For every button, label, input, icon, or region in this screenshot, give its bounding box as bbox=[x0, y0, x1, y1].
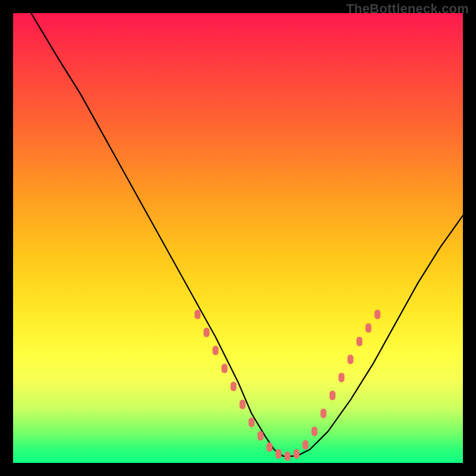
data-point bbox=[284, 452, 290, 461]
bottleneck-curve bbox=[31, 13, 463, 456]
data-point bbox=[347, 355, 353, 364]
data-point bbox=[339, 372, 345, 382]
data-point bbox=[267, 443, 273, 452]
data-point bbox=[275, 449, 281, 459]
data-point bbox=[195, 310, 201, 320]
data-point bbox=[365, 323, 371, 333]
data-point bbox=[230, 382, 236, 392]
plot-svg bbox=[13, 13, 463, 463]
data-point bbox=[221, 364, 227, 373]
data-point bbox=[212, 346, 218, 355]
data-point bbox=[356, 337, 362, 346]
data-point bbox=[249, 418, 255, 427]
data-point bbox=[312, 427, 318, 436]
data-point bbox=[203, 328, 209, 337]
data-point bbox=[293, 449, 299, 459]
data-point bbox=[374, 310, 380, 320]
data-point bbox=[258, 431, 264, 441]
data-point bbox=[321, 409, 327, 418]
watermark-text: TheBottleneck.com bbox=[346, 1, 469, 17]
chart-area bbox=[13, 13, 463, 463]
data-point bbox=[302, 440, 308, 450]
data-points bbox=[195, 310, 380, 461]
data-point bbox=[240, 400, 246, 409]
data-point bbox=[330, 391, 336, 400]
